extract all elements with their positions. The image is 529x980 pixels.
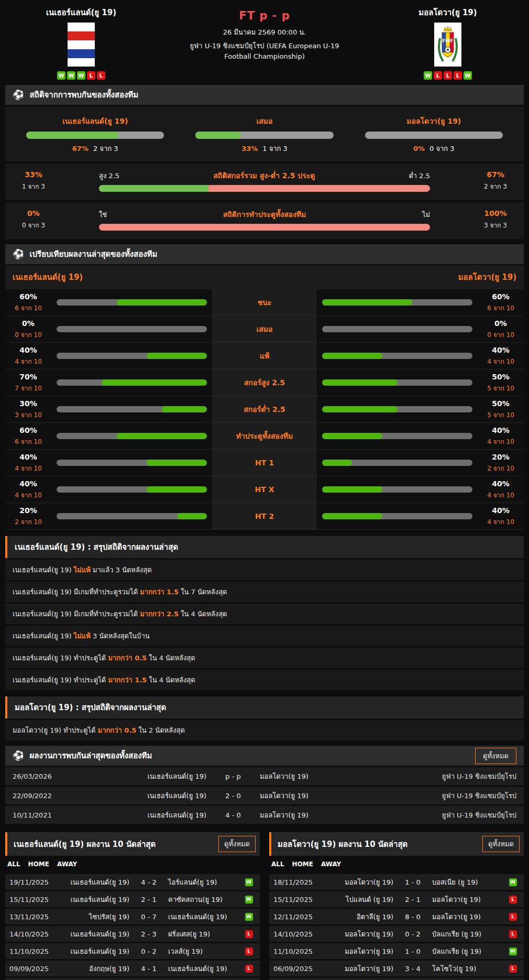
- recent-form-tables: เนเธอร์แลนด์(ยู 19) ผลงาน 10 นัดล่าสุด ด…: [5, 832, 524, 980]
- match-score: 0 - 2: [399, 930, 427, 938]
- filter-tab[interactable]: AWAY: [57, 861, 77, 868]
- match-row[interactable]: 15/11/2025 โปแลนด์ (ยู 19) 2 - 1 มอลโดวา…: [269, 891, 524, 907]
- progress-track: [57, 326, 207, 332]
- result-cell: L: [242, 948, 256, 955]
- btts-left-count: 0 จาก 3: [13, 220, 54, 230]
- progress-track: [322, 513, 472, 519]
- match-row[interactable]: 12/11/2025 อิตาลี(ยู 19) 8 - 0 มอลโดวา(ย…: [269, 909, 524, 924]
- match-row[interactable]: 14/10/2025 เนเธอร์แลนด์(ยู 19) 2 - 3 ฝรั…: [5, 926, 260, 942]
- home-bar: [51, 406, 212, 412]
- result-badge: L: [245, 965, 253, 973]
- result-cell: L: [242, 930, 256, 938]
- bar-count: 1 จาก 3: [262, 145, 288, 153]
- away-bar: [317, 460, 478, 466]
- match-row[interactable]: 19/11/2025 เนเธอร์แลนด์(ยู 19) 4 - 2 ไอร…: [5, 874, 260, 890]
- match-row[interactable]: 13/11/2025 ไซปรัส(ยู 19) 0 - 7 เนเธอร์แล…: [5, 909, 260, 924]
- home-bar: [51, 353, 212, 359]
- match-row[interactable]: 11/10/2025 เนเธอร์แลนด์(ยู 19) 0 - 2 เวล…: [5, 943, 260, 959]
- filter-tab[interactable]: HOME: [292, 861, 313, 868]
- bar-values: 0%0 จาก 3: [365, 143, 503, 154]
- away-recent-rows: 18/11/2025 มอลโดวา(ยู 19) 1 - 0 บอสเนีย …: [269, 874, 524, 980]
- away-percent: 50%: [478, 373, 524, 381]
- h2h-result-row[interactable]: 10/11/2021 เนเธอร์แลนด์(ยู 19) 4 - 0 มอล…: [5, 806, 524, 824]
- filter-tab[interactable]: ALL: [271, 861, 284, 868]
- home-bar: [51, 379, 212, 386]
- match-date: 11/10/2025: [9, 948, 56, 955]
- btts-no-label: ไม่: [422, 209, 430, 220]
- summary-highlight: มากกว่า 0.5: [98, 726, 137, 734]
- result-badge: W: [245, 878, 253, 886]
- summary-item: เนเธอร์แลนด์(ยู 19) ทำประตูได้ มากกว่า 0…: [5, 648, 524, 668]
- match-row[interactable]: 18/11/2025 มอลโดวา(ยู 19) 1 - 0 บอสเนีย …: [269, 874, 524, 890]
- away-stat: 40% 4 จาก 10: [478, 346, 524, 366]
- filter-tab[interactable]: ALL: [7, 861, 20, 868]
- view-all-button[interactable]: ดูทั้งหมด: [482, 836, 520, 852]
- match-row[interactable]: 09/09/2025 อังกฤษ(ยู 19) 4 - 1 เนเธอร์แล…: [5, 961, 260, 976]
- away-team: ไอร์แลนด์(ยู 19): [163, 877, 242, 888]
- filter-tab[interactable]: HOME: [28, 861, 49, 868]
- away-team: เวลส์(ยู 19): [163, 946, 242, 957]
- match-score: 0 - 7: [135, 913, 163, 921]
- home-percent: 40%: [5, 453, 51, 461]
- away-recent-header: มอลโดวา(ยู 19) ผลงาน 10 นัดล่าสุด ดูทั้ง…: [269, 832, 524, 856]
- away-bar: [317, 326, 478, 332]
- progress-track: [57, 433, 207, 439]
- ou-track: [99, 185, 430, 192]
- match-row[interactable]: 07/09/2025 เนเธอร์แลนด์(ยู 19) 3 - 1 ยูเ…: [5, 978, 260, 980]
- home-percent: 70%: [5, 373, 51, 381]
- home-percent: 40%: [5, 346, 51, 354]
- comparison-row: 40% 4 จาก 10 แพ้ 40%: [5, 343, 524, 369]
- comparison-row: 40% 4 จาก 10 HT X 40%: [5, 476, 524, 503]
- home-stat: 60% 6 จาก 10: [5, 292, 51, 313]
- progress-fill: [147, 486, 207, 493]
- bar-label: เนเธอร์แลนด์(ยู 19): [26, 115, 164, 127]
- btts-track: [99, 224, 430, 231]
- h2h-btts: 0% 0 จาก 3 ใช่ สถิติการทำประตูทั้งสองทีม…: [5, 202, 524, 239]
- match-info: FT p - p 26 มีนาคม 2569 00:00 น. ยูฟ่า U…: [157, 6, 372, 80]
- progress-fill: [322, 486, 382, 493]
- comparison-row: 60% 6 จาก 10 ชนะ 60%: [5, 289, 524, 316]
- match-row[interactable]: 04/09/2025 แอลเบเนีย(ยู 19) 0 - 1 มอลโดว…: [269, 978, 524, 980]
- match-date: 18/11/2025: [273, 878, 319, 886]
- home-team: เนเธอร์แลนด์(ยู 19): [56, 894, 135, 905]
- stat-label: สกอร์สูง 2.5: [212, 369, 317, 396]
- summary-text: ใน 4 นัดหลังสุด: [149, 676, 195, 684]
- home-stat: 70% 7 จาก 10: [5, 373, 51, 393]
- summary-text: ใน 2 นัดหลังสุด: [139, 726, 185, 734]
- flag-stripe-red: [68, 31, 95, 40]
- summary-text: เนเธอร์แลนด์(ยู 19): [13, 632, 72, 640]
- away-stat: 40% 4 จาก 10: [478, 426, 524, 447]
- filter-tab[interactable]: AWAY: [321, 861, 341, 868]
- away-bar: [317, 353, 478, 359]
- form-badge: W: [57, 71, 65, 80]
- h2h-result-row[interactable]: 26/03/2026 เนเธอร์แลนด์(ยู 19) p - p มอล…: [5, 767, 524, 785]
- match-date: 12/11/2025: [273, 913, 319, 921]
- view-all-button[interactable]: ดูทั้งหมด: [218, 836, 256, 852]
- match-score: 4 - 1: [135, 965, 163, 973]
- btts-left-stat: 0% 0 จาก 3: [13, 209, 54, 230]
- match-row[interactable]: 14/10/2025 มอลโดวา(ยู 19) 0 - 2 บัลแกเรี…: [269, 926, 524, 942]
- h2h-result-bars: เนเธอร์แลนด์(ยู 19) 67%2 จาก 3 เสมอ 33%1…: [5, 107, 524, 161]
- match-score: 3 - 4: [399, 965, 427, 973]
- away-team: คาซัคสถาน(ยู 19): [163, 894, 242, 905]
- match-row[interactable]: 06/09/2025 มอลโดวา(ยู 19) 3 - 4 โคโซโว(ย…: [269, 961, 524, 976]
- result-badge: L: [509, 965, 517, 973]
- home-team: ไซปรัส(ยู 19): [56, 911, 135, 922]
- soccer-ball-icon: ⚽: [13, 90, 24, 100]
- away-bar: [317, 433, 478, 439]
- summary-text: มอลโดวา(ยู 19) ทำประตูได้: [13, 726, 95, 734]
- form-badge: W: [424, 71, 432, 80]
- form-badge: L: [87, 71, 95, 80]
- bar-values: 33%1 จาก 3: [195, 143, 333, 154]
- result-cell: W: [242, 896, 256, 903]
- match-row[interactable]: 15/11/2025 เนเธอร์แลนด์(ยู 19) 2 - 1 คาซ…: [5, 891, 260, 907]
- h2h-result-row[interactable]: 22/09/2022 เนเธอร์แลนด์(ยู 19) 2 - 0 มอล…: [5, 787, 524, 804]
- match-row[interactable]: 11/10/2025 มอลโดวา(ยู 19) 1 - 0 บัลแกเรี…: [269, 943, 524, 959]
- home-team: มอลโดวา(ยู 19): [319, 963, 399, 974]
- bar-percent: 0%: [413, 145, 425, 153]
- comparison-home-name: เนเธอร์แลนด์(ยู 19): [13, 271, 83, 284]
- view-all-button[interactable]: ดูทั้งหมด: [475, 748, 516, 764]
- away-stat: 50% 5 จาก 10: [478, 399, 524, 420]
- home-team-block: เนเธอร์แลนด์(ยู 19) WWWLL: [5, 6, 157, 80]
- comparison-row: 60% 6 จาก 10 ทำประตูทั้งสองทีม: [5, 423, 524, 450]
